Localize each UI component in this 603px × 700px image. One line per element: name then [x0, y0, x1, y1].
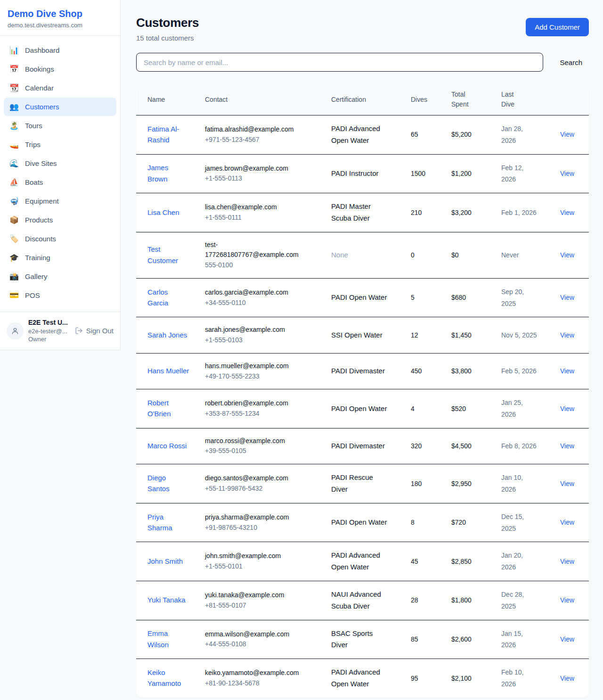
customer-name-link[interactable]: Marco Rossi [147, 440, 187, 451]
dives-count: 5 [411, 294, 415, 301]
customer-phone: +1-555-0113 [205, 173, 309, 184]
view-link[interactable]: View [560, 675, 574, 682]
certification: PADI Open Water [331, 404, 387, 412]
column-header: Dives [411, 84, 451, 115]
column-header: Certification [331, 84, 411, 115]
customer-name-link[interactable]: Keiko Yamamoto [147, 667, 190, 689]
view-link[interactable]: View [560, 209, 574, 216]
view-link[interactable]: View [560, 442, 574, 450]
total-spent: $520 [451, 405, 466, 412]
search-input[interactable] [136, 53, 543, 72]
search-row: Search [136, 53, 589, 72]
view-link[interactable]: View [560, 405, 574, 412]
total-spent: $680 [451, 294, 466, 301]
equipment-icon: 🤿 [9, 197, 19, 206]
customer-name-link[interactable]: James Brown [147, 162, 190, 184]
view-link[interactable]: View [560, 635, 574, 643]
sidebar-item-calendar[interactable]: 📆 Calendar [4, 79, 116, 97]
customer-phone: +81-555-0107 [205, 601, 309, 611]
sidebar-item-pos[interactable]: 💳 POS [4, 286, 116, 305]
last-dive: Feb 12, 2026 [501, 164, 523, 183]
table-row: Carlos Garcia carlos.garcia@example.com … [136, 278, 589, 317]
sidebar-item-customers[interactable]: 👥 Customers [4, 98, 116, 116]
customer-name-link[interactable]: Hans Mueller [147, 365, 189, 376]
view-link[interactable]: View [560, 251, 574, 259]
customer-name-link[interactable]: John Smith [147, 556, 183, 567]
table-row: Diego Santos diego.santos@example.com +5… [136, 464, 589, 503]
total-spent: $1,450 [451, 331, 472, 339]
customer-name-link[interactable]: Robert O'Brien [147, 397, 190, 420]
view-link[interactable]: View [560, 367, 574, 375]
view-link[interactable]: View [560, 131, 574, 138]
table-row: Priya Sharma priya.sharma@example.com +9… [136, 503, 589, 542]
table-row: Keiko Yamamoto keiko.yamamoto@example.co… [136, 659, 589, 698]
certification: PADI Rescue Diver [331, 473, 373, 493]
certification: PADI Instructor [331, 169, 379, 177]
customer-name-link[interactable]: Carlos Garcia [147, 287, 190, 309]
search-button[interactable]: Search [560, 55, 582, 70]
view-link[interactable]: View [560, 480, 574, 487]
customer-phone: +1-555-0103 [205, 335, 309, 346]
last-dive: Dec 28, 2025 [501, 591, 524, 610]
customer-name-link[interactable]: Emma Wilson [147, 628, 190, 650]
last-dive: Jan 15, 2026 [501, 630, 523, 649]
sidebar-item-training[interactable]: 🎓 Training [4, 248, 116, 267]
view-link[interactable]: View [560, 331, 574, 339]
dives-count: 8 [411, 519, 415, 526]
sidebar-item-dive-sites[interactable]: 🌊 Dive Sites [4, 154, 116, 173]
sidebar-item-discounts[interactable]: 🏷️ Discounts [4, 230, 116, 248]
customer-count: 15 total customers [136, 34, 199, 42]
view-link[interactable]: View [560, 294, 574, 301]
last-dive: Jan 25, 2026 [501, 399, 523, 418]
certification: PADI Divemaster [331, 442, 385, 450]
view-link[interactable]: View [560, 558, 574, 565]
customer-email: john.smith@example.com [205, 551, 309, 561]
last-dive: Feb 10, 2026 [501, 668, 523, 688]
customer-name-link[interactable]: Sarah Jones [147, 329, 187, 340]
dives-count: 65 [411, 131, 418, 138]
customer-email: yuki.tanaka@example.com [205, 590, 309, 601]
brand: Demo Dive Shop demo.test.divestreams.com [0, 0, 120, 35]
sidebar-item-gallery[interactable]: 📸 Gallery [4, 267, 116, 286]
customer-name-link[interactable]: Fatima Al-Rashid [147, 124, 190, 146]
page-title: Customers [136, 16, 199, 30]
customer-email: lisa.chen@example.com [205, 202, 309, 213]
sidebar-item-bookings[interactable]: 📅 Bookings [4, 60, 116, 78]
customer-phone: +55-11-99876-5432 [205, 484, 309, 494]
table-row: Test Customer test-1772681807767@example… [136, 232, 589, 278]
customer-phone: +34-555-0110 [205, 298, 309, 308]
view-link[interactable]: View [560, 596, 574, 604]
customer-name-link[interactable]: Test Customer [147, 244, 190, 266]
sidebar-item-products[interactable]: 📦 Products [4, 211, 116, 229]
column-header [552, 84, 589, 115]
last-dive: Jan 28, 2026 [501, 125, 523, 144]
sidebar-item-label: Dashboard [25, 46, 59, 54]
dives-count: 4 [411, 405, 415, 412]
table-row: Lisa Chen lisa.chen@example.com +1-555-0… [136, 193, 589, 232]
certification: BSAC Sports Diver [331, 629, 373, 649]
table-row: Fatima Al-Rashid fatima.alrashid@example… [136, 115, 589, 155]
sidebar-item-dashboard[interactable]: 📊 Dashboard [4, 41, 116, 59]
tours-icon: 🏝️ [9, 121, 19, 130]
customer-phone: +91-98765-43210 [205, 523, 309, 533]
sidebar: Demo Dive Shop demo.test.divestreams.com… [0, 0, 121, 350]
dives-count: 210 [411, 209, 422, 216]
customer-name-link[interactable]: Lisa Chen [147, 207, 179, 218]
customer-name-link[interactable]: Priya Sharma [147, 511, 190, 534]
sidebar-item-equipment[interactable]: 🤿 Equipment [4, 192, 116, 210]
sign-out-button[interactable]: Sign Out [75, 327, 114, 335]
sidebar-item-tours[interactable]: 🏝️ Tours [4, 116, 116, 135]
customer-name-link[interactable]: Yuki Tanaka [147, 594, 186, 605]
last-dive: Feb 5, 2026 [501, 367, 537, 375]
customer-name-link[interactable]: Diego Santos [147, 472, 190, 494]
certification: PADI Open Water [331, 293, 387, 301]
sidebar-item-trips[interactable]: 🚤 Trips [4, 135, 116, 154]
add-customer-button[interactable]: Add Customer [526, 18, 589, 36]
last-dive: Jan 10, 2026 [501, 474, 523, 493]
table-row: Robert O'Brien robert.obrien@example.com… [136, 389, 589, 428]
main-content: Customers 15 total customers Add Custome… [121, 0, 603, 700]
view-link[interactable]: View [560, 170, 574, 177]
view-link[interactable]: View [560, 519, 574, 526]
sidebar-item-boats[interactable]: ⛵ Boats [4, 173, 116, 191]
shop-domain: demo.test.divestreams.com [8, 22, 113, 29]
